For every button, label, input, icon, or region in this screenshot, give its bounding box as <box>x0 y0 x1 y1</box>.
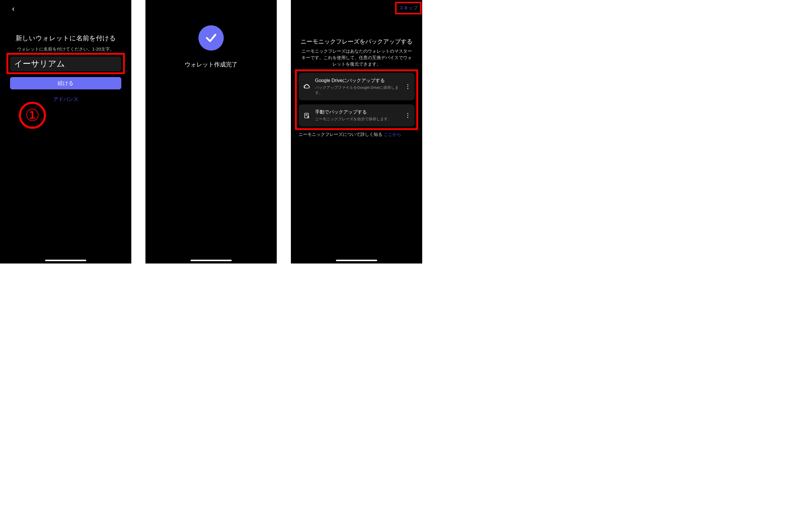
screen-backup-phrase: スキップ ニーモニックフレーズをバックアップする ニーモニックフレーズはあなたの… <box>291 0 422 264</box>
advance-link[interactable]: アドバンス <box>0 96 131 103</box>
backup-option-google-drive[interactable]: Google Driveにバックアップする バックアップファイルをGoogle … <box>299 73 415 100</box>
card-subtitle: ニーモニックフレーズを自分で保存します。 <box>315 117 401 122</box>
more-icon[interactable] <box>405 113 410 118</box>
back-button[interactable] <box>11 6 18 14</box>
chevron-left-icon <box>11 6 16 12</box>
page-title: ウォレット作成完了 <box>145 61 277 69</box>
check-icon <box>205 31 218 44</box>
skip-button[interactable]: スキップ <box>399 5 418 10</box>
note-edit-icon <box>303 112 311 119</box>
card-subtitle: バックアップファイルをGoogle Driveに保存します。 <box>315 85 401 95</box>
screen-wallet-created: ウォレット作成完了 <box>145 0 277 264</box>
page-subtitle: ウォレットに名前を付けてください。1-20文字。 <box>0 46 131 52</box>
page-title: ニーモニックフレーズをバックアップする <box>291 37 422 46</box>
home-indicator[interactable] <box>336 260 377 261</box>
annotation-highlight-cards: Google Driveにバックアップする バックアップファイルをGoogle … <box>295 70 418 130</box>
success-check-badge <box>199 25 224 50</box>
page-title: 新しいウォレットに名前を付ける <box>0 34 131 43</box>
annotation-highlight-skip: スキップ <box>395 2 422 14</box>
screen-name-wallet: 新しいウォレットに名前を付ける ウォレットに名前を付けてください。1-20文字。… <box>0 0 131 264</box>
learn-more-text: ニーモニックフレーズについて詳しく知る ここから <box>299 132 401 137</box>
home-indicator[interactable] <box>45 260 86 261</box>
backup-option-manual[interactable]: 手動でバックアップする ニーモニックフレーズを自分で保存します。 <box>299 104 415 126</box>
page-description: ニーモニックフレーズはあなたのウォレットのマスターキーです。これを使用して、任意… <box>300 48 414 67</box>
card-title: 手動でバックアップする <box>315 109 401 115</box>
annotation-highlight-input <box>6 53 125 74</box>
continue-button[interactable]: 続ける <box>10 77 121 89</box>
card-title: Google Driveにバックアップする <box>315 78 401 84</box>
home-indicator[interactable] <box>190 260 232 261</box>
cloud-icon <box>303 84 311 90</box>
more-icon[interactable] <box>405 84 410 89</box>
learn-more-link[interactable]: ここから <box>383 132 401 137</box>
annotation-step-number: ① <box>19 102 46 129</box>
